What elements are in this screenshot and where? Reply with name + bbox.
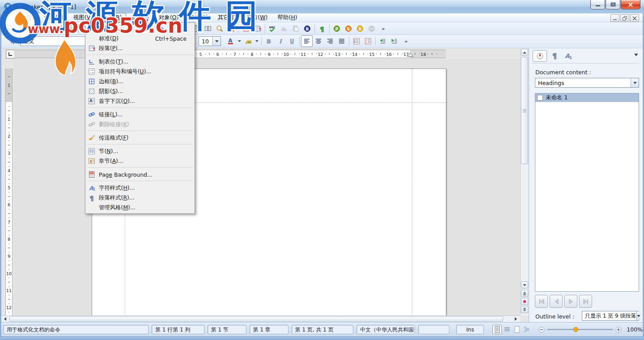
format-menu-item-chapter[interactable]: 1章节(A)... bbox=[85, 156, 195, 166]
format-menu-item-bullets-numbering[interactable]: 12项目符号和编号(U)... bbox=[85, 67, 195, 76]
increase-indent-button[interactable] bbox=[389, 35, 400, 47]
item-checkbox[interactable] bbox=[537, 95, 543, 101]
format-menu-item-link[interactable]: 链接(L)... bbox=[85, 110, 195, 119]
menubar-item-edit[interactable]: 编辑(E) bbox=[40, 13, 68, 22]
menubar-item-object[interactable]: 对象(O) bbox=[154, 13, 183, 22]
content-list-item[interactable]: 未命名 1 bbox=[535, 94, 639, 102]
menubar-item-insert[interactable]: 插入(I) bbox=[127, 13, 153, 22]
menubar-item-file[interactable]: 文件(F) bbox=[11, 13, 39, 22]
titlebar[interactable]: T TextMaker - [未命名 1] bbox=[0, 0, 644, 14]
vertical-scrollbar[interactable] bbox=[520, 48, 529, 315]
status-section[interactable]: 第 1 节 bbox=[208, 325, 246, 334]
zoom-slider-handle[interactable] bbox=[573, 327, 579, 332]
format-menu-item-paragraph[interactable]: ¶段落(P)... bbox=[85, 43, 195, 53]
content-filter-combo[interactable]: Headings bbox=[535, 78, 639, 88]
format-menu-item-manage-styles[interactable]: 管理风格(M)... bbox=[85, 203, 195, 212]
berlitz-button[interactable]: B bbox=[301, 23, 313, 34]
menubar-item-view[interactable]: 视图(V) bbox=[69, 13, 97, 22]
object-mode-button[interactable] bbox=[7, 35, 18, 47]
copy-pages-button[interactable] bbox=[290, 23, 301, 34]
menubar-item-more[interactable]: 其它(T) bbox=[213, 13, 241, 22]
new-document-button[interactable] bbox=[4, 23, 16, 34]
first-heading-button[interactable] bbox=[535, 295, 548, 308]
doc-minimize-button[interactable] bbox=[610, 14, 619, 22]
view-normal-button[interactable] bbox=[492, 325, 502, 334]
horizontal-scrollbar[interactable] bbox=[1, 315, 520, 323]
outline-level-dropdown[interactable] bbox=[636, 311, 640, 320]
status-language[interactable]: 中文（中华人民共和国） bbox=[356, 325, 415, 334]
italic-button[interactable]: I bbox=[275, 35, 286, 47]
tab-type-selector[interactable] bbox=[6, 50, 15, 59]
format-menu-item-borders[interactable]: 边框(B)... bbox=[85, 76, 195, 86]
close-button[interactable] bbox=[621, 0, 640, 9]
font-color-button[interactable]: A bbox=[225, 35, 237, 47]
highlight-button[interactable]: ab bbox=[242, 35, 254, 47]
bold-button[interactable]: B bbox=[263, 35, 275, 47]
doc-restore-button[interactable] bbox=[620, 14, 629, 22]
zoom-out-button[interactable] bbox=[538, 326, 545, 333]
zoom-button[interactable] bbox=[214, 23, 225, 34]
scroll-left-button[interactable] bbox=[2, 316, 8, 322]
view-draft-button[interactable] bbox=[502, 325, 512, 334]
underline-button[interactable]: U bbox=[286, 35, 298, 47]
save-button[interactable] bbox=[27, 23, 39, 34]
doc-close-button[interactable] bbox=[630, 14, 639, 22]
view-fullpage-button[interactable] bbox=[512, 325, 521, 334]
format-menu-item-character[interactable]: A字符(C)... bbox=[85, 24, 195, 34]
format-menu-item-transfer-formatting[interactable]: 传送格式(F) bbox=[85, 133, 195, 143]
format-menu-item-tabs[interactable]: 制表位(T)... bbox=[85, 57, 195, 67]
bullet-list-button[interactable] bbox=[351, 35, 362, 47]
formatting-marks-button[interactable]: ¶ bbox=[316, 23, 328, 34]
font-size-combo[interactable]: 10 bbox=[199, 36, 221, 46]
scroll-up-button[interactable] bbox=[521, 49, 528, 56]
paragraph-style-combo[interactable]: 正文 bbox=[20, 36, 87, 46]
overflow-button[interactable]: » bbox=[377, 23, 389, 34]
p-badge-button[interactable]: P bbox=[331, 23, 343, 34]
format-menu-item-shading[interactable]: 阴影(S)... bbox=[85, 86, 195, 96]
paragraph-dialog-button[interactable]: ¶ bbox=[252, 23, 263, 34]
align-center-button[interactable] bbox=[313, 35, 324, 47]
zoom-in-button[interactable] bbox=[615, 326, 622, 333]
format-menu-item-page-background[interactable]: Page Background... bbox=[85, 170, 195, 179]
scroll-down-button[interactable] bbox=[521, 281, 528, 289]
align-justify-button[interactable] bbox=[336, 35, 347, 47]
content-filter-dropdown[interactable] bbox=[631, 78, 639, 87]
restore-button[interactable] bbox=[606, 0, 620, 9]
statistics-button[interactable] bbox=[278, 23, 290, 34]
align-left-button[interactable] bbox=[301, 35, 313, 47]
document-content-list[interactable]: 未命名 1 bbox=[535, 93, 639, 292]
format-menu-item-character-style[interactable]: A1字符样式(H)... bbox=[85, 183, 195, 193]
status-extra[interactable] bbox=[418, 325, 449, 334]
print-preview-button[interactable] bbox=[65, 23, 77, 34]
decrease-indent-button[interactable] bbox=[377, 35, 389, 47]
next-page-button[interactable] bbox=[521, 306, 528, 313]
align-right-button[interactable] bbox=[324, 35, 336, 47]
numbered-list-button[interactable]: 12 bbox=[362, 35, 374, 47]
status-page[interactable]: 第 1 页, 共 1 页 bbox=[292, 325, 354, 334]
browse-object-button[interactable] bbox=[521, 298, 528, 305]
horizontal-scrollbar-thumb[interactable] bbox=[9, 316, 503, 322]
previous-page-button[interactable] bbox=[521, 290, 528, 297]
two-page-view-button[interactable] bbox=[202, 23, 214, 34]
outline-level-combo[interactable]: 只显示 1 至 9 级段落 bbox=[582, 311, 639, 321]
highlight-dropdown[interactable] bbox=[254, 36, 260, 47]
last-heading-button[interactable] bbox=[579, 295, 592, 308]
menubar-item-format[interactable]: 格式(R) bbox=[98, 13, 126, 22]
character-dialog-button[interactable]: A bbox=[240, 23, 252, 34]
zoom-percent-button[interactable]: % bbox=[225, 23, 237, 34]
vertical-ruler[interactable]: 1123456789101112 bbox=[5, 68, 13, 315]
b-badge-button[interactable]: B bbox=[354, 23, 366, 34]
status-chapter[interactable]: 第 1 章 bbox=[250, 325, 288, 334]
open-file-button[interactable] bbox=[16, 23, 27, 34]
sidebar-tab-outline[interactable] bbox=[533, 50, 547, 62]
print-button[interactable] bbox=[42, 23, 54, 34]
sidebar-tab-paragraph-styles[interactable]: ¶ bbox=[549, 51, 560, 61]
horizontal-ruler[interactable]: 123456789101112131415161718 bbox=[14, 50, 446, 58]
menubar-item-help[interactable]: 帮助(H) bbox=[273, 13, 302, 22]
spellcheck-button[interactable]: ABC bbox=[267, 23, 278, 34]
sidebar-tab-character-styles[interactable]: A1 bbox=[562, 51, 574, 61]
next-heading-button[interactable] bbox=[564, 295, 577, 308]
export-pdf-button[interactable]: PDF bbox=[54, 23, 65, 34]
format-menu-item-paragraph-style[interactable]: ¶段落样式(R)... bbox=[85, 193, 195, 203]
previous-heading-button[interactable] bbox=[550, 295, 563, 308]
